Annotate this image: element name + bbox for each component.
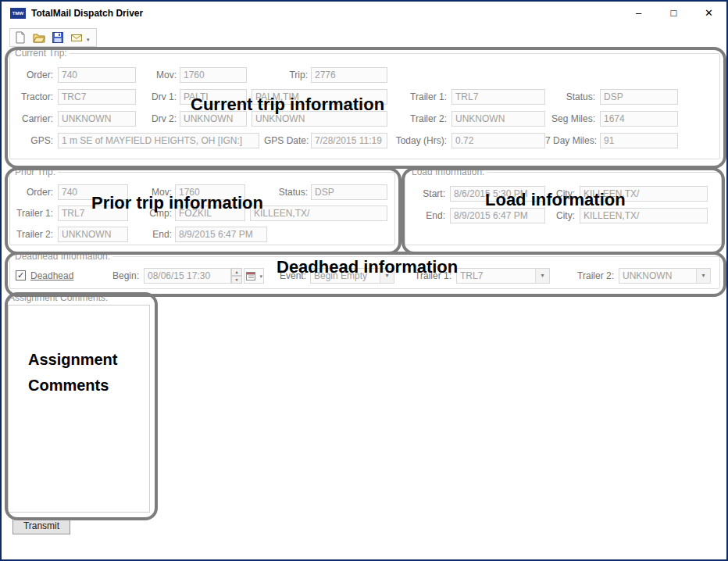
close-button[interactable]: ✕	[691, 2, 726, 25]
load-info-title: Load Information:	[409, 166, 487, 177]
prior-trailer1-field[interactable]: TRL7	[58, 205, 128, 221]
prior-mov-field[interactable]: 1760	[175, 184, 245, 200]
current-today-hrs-field[interactable]: 0.72	[451, 133, 545, 148]
prior-end-field[interactable]: 8/9/2015 6:47 PM	[175, 227, 267, 242]
open-icon[interactable]	[33, 31, 45, 44]
current-trip-number-label: Trip:	[267, 67, 308, 83]
toolbar-overflow-icon[interactable]: ▾	[87, 37, 90, 43]
prior-status-field[interactable]: DSP	[311, 184, 387, 200]
current-tractor-label: Tractor:	[12, 89, 53, 105]
spin-up-icon[interactable]: ▲	[231, 268, 242, 276]
current-trailer1-field[interactable]: TRL7	[451, 89, 545, 105]
load-start-city-label: City:	[548, 186, 575, 202]
prior-trip-title: Prior Trip:	[12, 166, 58, 177]
transmit-button[interactable]: Transmit	[12, 518, 70, 534]
deadhead-trailer2-combo[interactable]: UNKNOWN ▾	[619, 268, 711, 284]
dropdown-icon[interactable]: ▾	[380, 269, 394, 283]
calendar-dropdown-icon: ▾	[259, 273, 262, 280]
prior-order-label: Order:	[12, 184, 53, 200]
dropdown-icon[interactable]: ▾	[696, 269, 710, 283]
deadhead-event-label: Event:	[275, 268, 306, 284]
current-drv2-label: Drv 2:	[139, 111, 177, 127]
deadhead-trailer2-label: Trailer 2:	[575, 268, 614, 284]
prior-order-field[interactable]: 740	[58, 184, 128, 200]
spin-down-icon[interactable]: ▼	[231, 276, 242, 284]
save-icon[interactable]	[52, 31, 64, 44]
prior-mov-label: Mov:	[131, 184, 172, 200]
load-end-field[interactable]: 8/9/2015 6:47 PM	[450, 208, 545, 223]
prior-trailer2-label: Trailer 2:	[12, 227, 53, 242]
deadhead-trailer1-label: Trailer 1:	[412, 268, 451, 284]
current-carrier-label: Carrier:	[12, 111, 53, 127]
current-seg-miles-label: Seg Miles:	[548, 111, 595, 127]
new-icon[interactable]	[14, 31, 27, 44]
prior-status-label: Status:	[277, 184, 308, 200]
prior-trailer2-field[interactable]: UNKNOWN	[58, 227, 128, 242]
current-drv2-name-field[interactable]: UNKNOWN	[252, 111, 387, 127]
begin-date-spinner: ▲ ▼	[231, 268, 242, 284]
minimize-button[interactable]: –	[621, 2, 656, 25]
current-mov-label: Mov:	[139, 67, 177, 83]
calendar-picker-button[interactable]: ▾	[244, 268, 264, 284]
current-order-label: Order:	[12, 67, 53, 83]
current-tractor-field[interactable]: TRC7	[58, 89, 136, 105]
load-start-label: Start:	[411, 186, 445, 202]
current-mov-field[interactable]: 1760	[180, 67, 247, 83]
prior-cmp-field[interactable]: FOZKIL	[175, 205, 245, 221]
load-end-label: End:	[411, 208, 445, 223]
deadhead-trailer1-value: TRL7	[460, 270, 483, 281]
current-trailer2-label: Trailer 2:	[398, 111, 447, 127]
current-status-label: Status:	[548, 89, 595, 105]
deadhead-event-combo[interactable]: Begin Empty ▾	[310, 268, 394, 284]
current-trip-title: Current Trip:	[12, 48, 70, 59]
calendar-icon	[246, 271, 255, 280]
current-order-field[interactable]: 740	[58, 67, 136, 83]
deadhead-trailer1-combo[interactable]: TRL7 ▾	[456, 268, 550, 284]
current-trailer1-label: Trailer 1:	[398, 89, 447, 105]
current-drv2-field[interactable]: UNKNOWN	[180, 111, 247, 127]
send-icon[interactable]	[70, 31, 83, 44]
current-carrier-field[interactable]: UNKNOWN	[58, 111, 136, 127]
load-end-city-label: City:	[548, 208, 575, 223]
current-trailer2-field[interactable]: UNKNOWN	[451, 111, 545, 127]
load-start-city-field[interactable]: KILLEEN,TX/	[580, 186, 708, 202]
current-7day-miles-field[interactable]: 91	[600, 133, 678, 148]
maximize-button[interactable]: □	[656, 2, 691, 25]
deadhead-checkbox-label[interactable]: Deadhead	[30, 268, 73, 284]
current-seg-miles-field[interactable]: 1674	[600, 111, 678, 127]
deadhead-trailer2-value: UNKNOWN	[623, 270, 672, 281]
app-window: TMW TotalMail Dispatch Driver – □ ✕ ▾ Cu…	[0, 0, 728, 561]
deadhead-checkbox[interactable]: ✓	[16, 270, 26, 280]
current-gps-label: GPS:	[12, 133, 53, 148]
deadhead-event-value: Begin Empty	[314, 270, 367, 281]
current-gps-date-label: GPS Date:	[264, 133, 308, 148]
current-today-hrs-label: Today (Hrs):	[395, 133, 447, 148]
app-logo-icon: TMW	[10, 8, 26, 19]
load-end-city-field[interactable]: KILLEEN,TX/	[580, 208, 708, 223]
prior-cmp-label: Cmp:	[131, 205, 172, 221]
dropdown-icon[interactable]: ▾	[535, 269, 549, 283]
current-drv1-label: Drv 1:	[139, 89, 177, 105]
prior-trailer1-label: Trailer 1:	[12, 205, 53, 221]
assignment-comments-textarea[interactable]	[8, 305, 150, 513]
current-status-field[interactable]: DSP	[600, 89, 678, 105]
title-bar: TMW TotalMail Dispatch Driver – □ ✕	[2, 2, 726, 25]
prior-cmp-city-field[interactable]: KILLEEN,TX/	[250, 205, 387, 221]
current-drv1-field[interactable]: PALTI	[180, 89, 247, 105]
deadhead-begin-field[interactable]: 08/06/15 17:30	[144, 268, 231, 284]
assignment-comments-label: Assignment Comments:	[6, 292, 110, 303]
deadhead-begin-label: Begin:	[109, 268, 139, 284]
current-7day-miles-label: 7 Day Miles:	[545, 133, 595, 148]
current-gps-date-field[interactable]: 7/28/2015 11:19	[311, 133, 387, 148]
prior-end-label: End:	[131, 227, 172, 242]
current-drv1-name-field[interactable]: PALM,TIM	[252, 89, 387, 105]
load-start-field[interactable]: 8/6/2015 5:30 PM	[450, 186, 545, 202]
deadhead-title: Deadhead Information:	[12, 251, 112, 262]
window-title: TotalMail Dispatch Driver	[31, 2, 143, 25]
current-gps-field[interactable]: 1 m SE of MAYFIELD HEIGHTS, OH [IGN:]	[58, 133, 259, 148]
current-trip-number-field[interactable]: 2776	[311, 67, 387, 83]
